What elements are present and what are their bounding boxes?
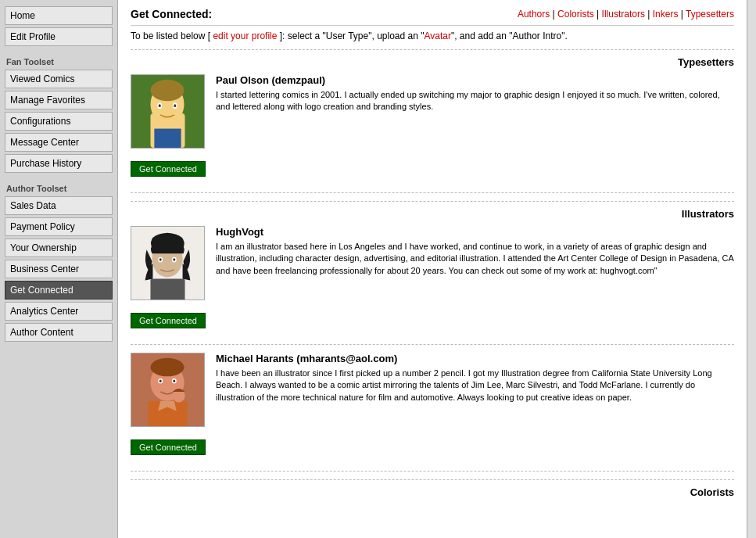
svg-point-4 (150, 80, 184, 101)
svg-point-15 (173, 258, 175, 261)
filter-authors-link[interactable]: Authors (518, 9, 550, 20)
filter-illustrators-link[interactable]: Illustrators (602, 9, 645, 20)
sidebar-item-manage-favorites[interactable]: Manage Favorites (5, 91, 113, 109)
profile-name-paul: Paul Olson (demzpaul) (216, 74, 734, 86)
sidebar-item-configurations[interactable]: Configurations (5, 112, 113, 131)
subtitle: To be listed below [ edit your profile ]… (131, 30, 734, 41)
filter-inkers-link[interactable]: Inkers (653, 9, 679, 20)
avatar-hugh (131, 226, 205, 300)
sidebar-item-author-content[interactable]: Author Content (5, 323, 113, 342)
profile-card-michael: Michael Harants (mharants@aol.com) I hav… (131, 353, 734, 427)
profile-bio-paul: I started lettering comics in 2001. I ac… (216, 89, 734, 113)
filter-links: Authors | Colorists | Illustrators | Ink… (518, 9, 734, 20)
profile-bio-michael: I have been an illustrator since I first… (216, 368, 734, 404)
connect-btn-paul[interactable]: Get Connected (131, 161, 206, 177)
profile-card-hugh: HughVogt I am an illustrator based here … (131, 226, 734, 300)
svg-rect-9 (154, 129, 181, 148)
profile-card-paul: Paul Olson (demzpaul) I started letterin… (131, 74, 734, 149)
subtitle-middle2: ", and add an "Author Intro". (451, 30, 568, 41)
profile-info-paul: Paul Olson (demzpaul) I started letterin… (216, 74, 734, 149)
page-title: Get Connected: (131, 8, 212, 20)
section-label-typesetters: Typesetters (131, 49, 734, 68)
filter-typesetters-link[interactable]: Typesetters (686, 9, 734, 20)
sidebar: Home Edit Profile Fan Toolset Viewed Com… (0, 0, 117, 538)
filter-colorists-link[interactable]: Colorists (557, 9, 594, 20)
sidebar-item-edit-profile[interactable]: Edit Profile (5, 27, 113, 46)
svg-point-8 (174, 104, 176, 107)
sidebar-item-business-center[interactable]: Business Center (5, 260, 113, 278)
profile-info-michael: Michael Harants (mharants@aol.com) I hav… (216, 353, 734, 427)
sidebar-item-analytics-center[interactable]: Analytics Center (5, 302, 113, 321)
profile-info-hugh: HughVogt I am an illustrator based here … (216, 226, 734, 300)
page-header: Get Connected: Authors | Colorists | Ill… (131, 8, 734, 26)
divider-3 (131, 471, 734, 472)
sidebar-item-viewed-comics[interactable]: Viewed Comics (5, 70, 113, 88)
scrollbar[interactable] (747, 0, 756, 538)
sidebar-item-purchase-history[interactable]: Purchase History (5, 154, 113, 173)
svg-rect-16 (150, 279, 185, 300)
edit-profile-link[interactable]: edit your profile (213, 30, 277, 41)
fan-toolset-label: Fan Toolset (6, 57, 113, 66)
svg-point-22 (173, 379, 175, 382)
subtitle-prefix: To be listed below [ (131, 30, 213, 41)
sidebar-item-your-ownership[interactable]: Your Ownership (5, 239, 113, 257)
sidebar-item-payment-policy[interactable]: Payment Policy (5, 217, 113, 236)
sidebar-item-get-connected[interactable]: Get Connected (5, 281, 113, 299)
profile-bio-hugh: I am an illustrator based here in Los An… (216, 241, 734, 277)
main-content: Get Connected: Authors | Colorists | Ill… (117, 0, 747, 538)
section-label-illustrators: Illustrators (131, 201, 734, 220)
sidebar-item-sales-data[interactable]: Sales Data (5, 196, 113, 215)
svg-point-21 (159, 379, 162, 382)
svg-point-7 (159, 104, 161, 107)
author-toolset-label: Author Toolset (6, 184, 113, 193)
profile-name-michael: Michael Harants (mharants@aol.com) (216, 353, 734, 364)
svg-point-14 (159, 258, 162, 261)
avatar-michael (131, 353, 205, 427)
connect-btn-michael[interactable]: Get Connected (131, 439, 206, 455)
connect-btn-hugh[interactable]: Get Connected (131, 313, 206, 328)
svg-point-23 (150, 358, 184, 376)
divider-1 (131, 192, 734, 193)
subtitle-middle1: ]: select a "User Type", upload an " (277, 30, 424, 41)
section-label-colorists: Colorists (131, 479, 734, 498)
avatar-paul (131, 74, 205, 149)
sidebar-item-home[interactable]: Home (5, 6, 113, 25)
sidebar-item-message-center[interactable]: Message Center (5, 133, 113, 152)
avatar-link[interactable]: Avatar (424, 30, 450, 41)
divider-2 (131, 344, 734, 345)
profile-name-hugh: HughVogt (216, 226, 734, 238)
